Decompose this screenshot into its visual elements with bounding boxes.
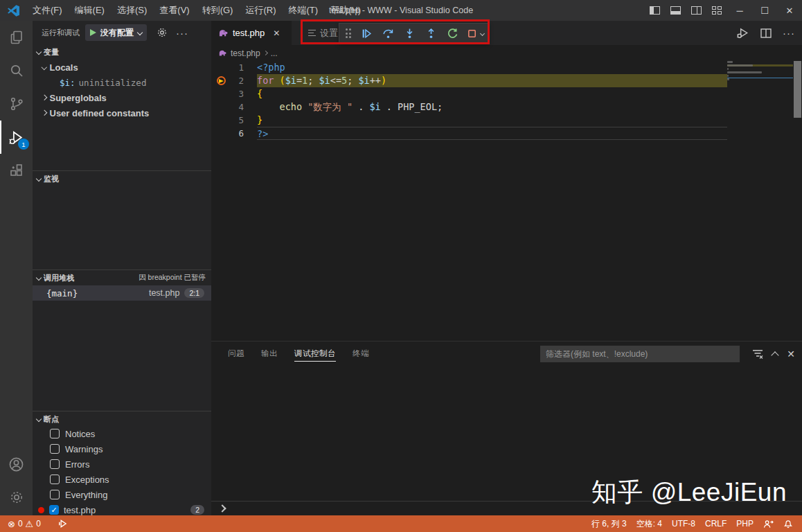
code-content[interactable]: ?> [257, 127, 727, 140]
code-line-2[interactable]: 2for ($i=1; $i<=5; $i++) [211, 74, 727, 87]
code-content[interactable]: echo "数字为 " . $i . PHP_EOL; [257, 100, 727, 114]
toggle-sidebar-icon[interactable] [644, 0, 665, 21]
tree-item-locals[interactable]: Locals [33, 60, 211, 75]
menu-item-5[interactable]: 运行(R) [239, 0, 282, 21]
breakpoint-checkbox[interactable] [50, 475, 60, 484]
debug-settings-gear-icon[interactable] [157, 27, 168, 38]
toggle-secondary-sidebar-icon[interactable] [686, 0, 706, 21]
tree-item-superglobals[interactable]: Superglobals [33, 90, 211, 105]
section-call-stack[interactable]: 调用堆栈 因 breakpoint 已暂停 [33, 270, 211, 285]
breakpoint-checkbox[interactable] [50, 459, 60, 469]
breakpoint-option-row[interactable]: Notices [33, 426, 211, 441]
maximize-panel-icon[interactable] [772, 351, 779, 359]
continue-icon[interactable] [358, 25, 375, 42]
eol-sequence[interactable]: CRLF [700, 515, 731, 532]
panel-tab-3[interactable]: 终端 [347, 342, 375, 366]
breakpoint-option-row[interactable]: Warnings [33, 441, 211, 456]
restart-icon[interactable] [444, 25, 461, 42]
stop-icon[interactable] [465, 25, 478, 42]
debug-session-icon[interactable] [53, 515, 73, 532]
gutter[interactable]: 2 [211, 74, 257, 87]
close-tab-icon[interactable]: ✕ [273, 28, 280, 38]
code-line-4[interactable]: 4 echo "数字为 " . $i . PHP_EOL; [211, 100, 727, 114]
activity-explorer[interactable] [0, 21, 33, 54]
gutter[interactable]: 5 [211, 114, 257, 127]
debug-config-dropdown[interactable]: 没有配置 [85, 24, 147, 41]
menu-item-6[interactable]: 终端(T) [282, 0, 324, 21]
tab-test-php[interactable]: test.php ✕ [211, 21, 292, 45]
run-or-debug-icon[interactable] [736, 27, 749, 39]
breakpoint-checkbox[interactable] [50, 444, 60, 454]
section-watch[interactable]: 监视 [33, 171, 211, 186]
breakpoint-checkbox-checked[interactable] [49, 505, 59, 515]
activity-source-control[interactable] [0, 87, 33, 121]
breakpoint-option-row[interactable]: Exceptions [33, 472, 211, 487]
breakpoint-option-row[interactable]: Everything [33, 487, 211, 502]
maximize-button[interactable]: ☐ [752, 0, 777, 21]
gutter[interactable]: 6 [211, 127, 257, 140]
breadcrumb-file[interactable]: test.php [231, 48, 260, 58]
code-line-1[interactable]: 1<?php [211, 61, 727, 74]
cursor-position[interactable]: 行 6, 列 3 [587, 515, 632, 532]
breakpoint-option-row[interactable]: Errors [33, 456, 211, 472]
panel-tab-0[interactable]: 问题 [222, 342, 250, 366]
step-over-icon[interactable] [380, 25, 396, 42]
section-breakpoints[interactable]: 断点 [33, 411, 211, 427]
code-content[interactable]: { [257, 87, 727, 100]
breakpoint-checkbox[interactable] [50, 429, 60, 438]
tree-item-variable[interactable]: $i: uninitialized [33, 75, 211, 90]
menu-item-2[interactable]: 选择(S) [111, 0, 153, 21]
panel-tab-1[interactable]: 输出 [256, 342, 283, 366]
close-button[interactable]: ✕ [777, 0, 802, 21]
section-variables[interactable]: 变量 [33, 44, 211, 60]
breadcrumb[interactable]: test.php ... [211, 45, 802, 61]
clear-filter-icon[interactable] [752, 349, 763, 359]
breakpoint-checkbox[interactable] [50, 490, 60, 499]
split-editor-icon[interactable] [760, 28, 772, 38]
encoding[interactable]: UTF-8 [667, 515, 700, 532]
stack-frame-row[interactable]: {main} test.php 2:1 [33, 285, 211, 301]
menu-item-4[interactable]: 转到(G) [196, 0, 240, 21]
menu-item-0[interactable]: 文件(F) [26, 0, 69, 21]
stop-dropdown-chevron-icon[interactable] [480, 30, 485, 35]
more-actions-icon[interactable]: ··· [783, 27, 795, 39]
code-content[interactable]: <?php [257, 61, 727, 74]
notifications-bell-icon[interactable] [778, 515, 798, 532]
customize-layout-icon[interactable] [706, 0, 727, 21]
gutter[interactable]: 3 [211, 87, 257, 100]
sidebar-more-actions-icon[interactable]: ··· [176, 27, 188, 39]
menu-item-1[interactable]: 编辑(E) [69, 0, 111, 21]
current-breakpoint-icon[interactable] [217, 76, 226, 85]
step-into-icon[interactable] [401, 25, 418, 42]
code-line-6[interactable]: 6?> [211, 127, 727, 140]
activity-search[interactable] [0, 54, 33, 87]
console-filter[interactable] [540, 346, 740, 362]
menu-item-3[interactable]: 查看(V) [153, 0, 195, 21]
breadcrumb-symbol[interactable]: ... [271, 48, 278, 58]
language-mode[interactable]: PHP [731, 515, 758, 532]
problems-status[interactable]: ⊗ 0 ⚠ 0 [3, 515, 46, 532]
toggle-panel-icon[interactable] [665, 0, 686, 21]
toolbar-drag-handle[interactable] [344, 25, 353, 42]
feedback-icon[interactable] [758, 515, 778, 532]
code-line-3[interactable]: 3{ [211, 87, 727, 100]
indentation[interactable]: 空格: 4 [632, 515, 667, 532]
code-line-5[interactable]: 5} [211, 114, 727, 127]
step-out-icon[interactable] [422, 25, 439, 42]
panel-tab-2[interactable]: 调试控制台 [289, 342, 341, 366]
code-content[interactable]: for ($i=1; $i<=5; $i++) [257, 74, 727, 87]
scrollbar-thumb[interactable] [794, 61, 801, 118]
close-panel-icon[interactable]: ✕ [787, 348, 795, 360]
tree-item-user-constants[interactable]: User defined constants [33, 105, 211, 121]
activity-account[interactable] [0, 447, 33, 481]
activity-run-debug[interactable]: 1 [0, 121, 33, 154]
minimap[interactable] [727, 61, 793, 109]
gutter[interactable]: 1 [211, 61, 257, 74]
activity-extensions[interactable] [0, 154, 33, 187]
code-content[interactable]: } [257, 114, 727, 127]
minimize-button[interactable]: ─ [727, 0, 752, 21]
filter-input[interactable] [540, 349, 740, 359]
gutter[interactable]: 4 [211, 100, 257, 114]
activity-settings[interactable] [0, 481, 33, 514]
start-debug-icon[interactable] [90, 29, 96, 36]
